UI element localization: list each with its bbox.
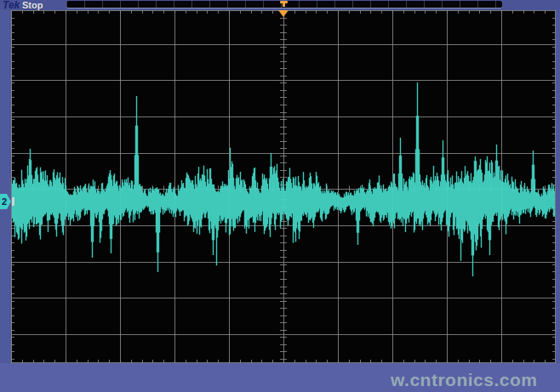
acquisition-status: Stop (22, 0, 43, 10)
readout-bar: 2 100mA Ω 40.0ms 25.0kS/s 10k points 2 ʃ… (0, 363, 560, 392)
channel2-position-marker-icon: 2 (0, 194, 11, 209)
tek-logo: Tek (3, 0, 20, 10)
display-area (11, 10, 556, 363)
channel2-offset-dash-icon (12, 197, 14, 206)
graticule-waveform-canvas (11, 10, 556, 363)
oscilloscope-screen: Tek Stop 2 2 100mA Ω 40.0ms 25.0kS/s 10k… (0, 0, 560, 392)
record-view-bar (66, 1, 502, 9)
header-bar: Tek Stop (0, 0, 560, 10)
trigger-position-icon (280, 1, 288, 3)
